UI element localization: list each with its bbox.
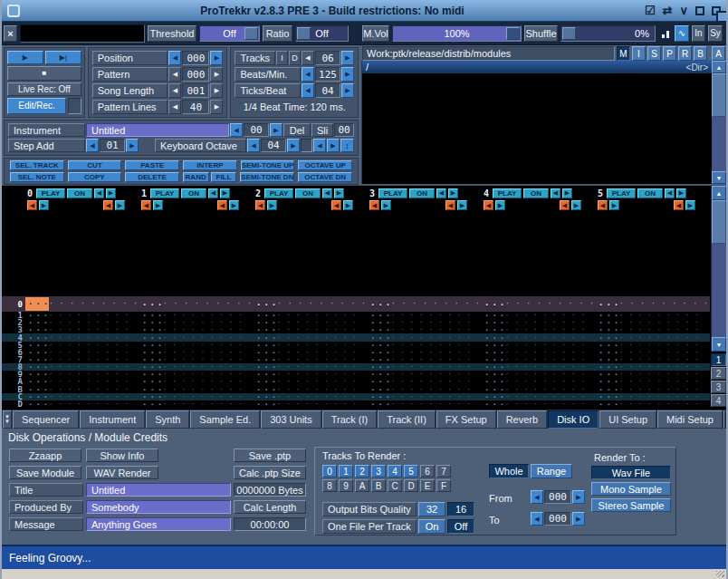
position-left-icon[interactable]: ◀: [168, 51, 181, 65]
track-width-right-icon[interactable]: ▶: [685, 200, 695, 210]
input-button[interactable]: In: [692, 25, 705, 42]
track-right-icon[interactable]: ▶: [106, 188, 116, 198]
pattern-cell[interactable]: ···· · · · · · · · ·: [596, 300, 710, 309]
shuffle-thumb[interactable]: [562, 27, 576, 40]
mvol-slider[interactable]: 100%: [392, 25, 522, 42]
song-length-left-icon[interactable]: ◀: [168, 83, 181, 98]
octave-down-button[interactable]: OCTAVE DN: [298, 172, 352, 182]
track-width-right-icon[interactable]: ▶: [571, 200, 581, 210]
track-shift-right-icon[interactable]: ▶: [39, 200, 49, 210]
checkbox-icon[interactable]: ☑: [645, 5, 656, 16]
note-cell[interactable]: ···: [368, 400, 391, 409]
to-left-icon[interactable]: ◀: [531, 512, 543, 526]
threshold-slider[interactable]: Off: [199, 25, 260, 42]
track-play-button[interactable]: PLAY: [607, 188, 636, 198]
note-cell[interactable]: ···: [596, 400, 619, 409]
render-track-button-7[interactable]: 7: [436, 465, 451, 478]
track-shift-right-icon[interactable]: ▶: [267, 200, 277, 210]
track-left-icon[interactable]: ◀: [208, 188, 218, 198]
track-right-icon[interactable]: ▶: [562, 188, 572, 198]
depth-icon[interactable]: [712, 6, 721, 15]
filter-button-r[interactable]: R: [678, 46, 692, 61]
tab-fx-setup[interactable]: FX Setup: [436, 410, 496, 429]
to-right-icon[interactable]: ▶: [572, 512, 585, 526]
browser-scrollbar[interactable]: ▲ ▼: [712, 61, 726, 184]
stop-button[interactable]: ■: [7, 66, 81, 80]
pattern-scroll-thumb[interactable]: [712, 200, 726, 244]
step-add-left-icon[interactable]: ◀: [86, 139, 99, 152]
shuffle-button[interactable]: Shuffle: [524, 25, 558, 42]
render-track-button-f[interactable]: F: [436, 479, 451, 492]
swap-arrows-icon[interactable]: ⇄: [663, 5, 673, 16]
bits-16-button[interactable]: 16: [447, 502, 474, 516]
pattern-lines-right-icon[interactable]: ▶: [210, 100, 223, 114]
tab-track-ii-[interactable]: Track (II): [378, 410, 436, 429]
from-right-icon[interactable]: ▶: [572, 490, 585, 504]
track-right-icon[interactable]: ▶: [448, 188, 458, 198]
filter-button-b[interactable]: B: [694, 46, 707, 61]
pattern-cell[interactable]: ···· · · · · · · · ·: [368, 300, 482, 309]
track-right-icon[interactable]: ▶: [676, 188, 686, 198]
threshold-button[interactable]: Threshold: [148, 25, 196, 42]
tab-synth[interactable]: Synth: [146, 410, 189, 429]
pattern-scrollbar[interactable]: ▲ ▼: [711, 186, 726, 352]
shuffle-slider[interactable]: 0%: [560, 25, 656, 42]
note-cell[interactable]: ···: [596, 300, 619, 309]
track-play-button[interactable]: PLAY: [150, 188, 179, 198]
render-track-button-2[interactable]: 2: [355, 465, 369, 478]
render-track-button-d[interactable]: D: [404, 479, 418, 492]
track-width-right-icon[interactable]: ▶: [343, 200, 353, 210]
track-shift-left-icon[interactable]: ◀: [27, 200, 37, 210]
pattern-cell[interactable]: ···· · · · · · · · ·: [482, 400, 596, 409]
filter-button-m[interactable]: M: [617, 46, 630, 61]
pattern-cell[interactable]: ···· · · · · · · · ·: [368, 400, 482, 409]
position-right-icon[interactable]: ▶: [210, 51, 223, 65]
one-file-on-button[interactable]: On: [418, 519, 445, 534]
browser-scroll-thumb[interactable]: [712, 73, 726, 117]
track-left-icon[interactable]: ◀: [551, 188, 560, 198]
track-width-right-icon[interactable]: ▶: [457, 200, 467, 210]
close-button[interactable]: ×: [4, 25, 17, 42]
track-shift-left-icon[interactable]: ◀: [141, 200, 151, 210]
pattern-cell[interactable]: ···· · · · · · · · ·: [139, 400, 254, 409]
track-right-icon[interactable]: ▶: [334, 188, 344, 198]
pattern-cell[interactable]: ···· · · · · · · · ·: [139, 300, 254, 309]
note-cell[interactable]: ···: [139, 400, 163, 409]
copy-button[interactable]: COPY: [68, 172, 122, 182]
track-width-left-icon[interactable]: ◀: [103, 200, 113, 210]
render-whole-button[interactable]: Whole: [489, 464, 529, 478]
pattern-lines-left-icon[interactable]: ◀: [168, 100, 181, 114]
pattern-scroll-up-icon[interactable]: ▲: [712, 186, 726, 200]
track-left-icon[interactable]: ◀: [665, 188, 675, 198]
file-list[interactable]: / <Dir>: [361, 61, 712, 184]
filter-button-s[interactable]: S: [647, 46, 661, 61]
track-shift-left-icon[interactable]: ◀: [369, 200, 379, 210]
interpolate-button[interactable]: INTERP: [183, 160, 237, 170]
note-cell[interactable]: ···: [482, 400, 505, 409]
mvol-button[interactable]: M.Vol: [362, 25, 389, 42]
render-track-button-4[interactable]: 4: [388, 465, 402, 478]
calc-ptp-size-button[interactable]: Calc .ptp Size: [234, 466, 306, 479]
pattern-cell[interactable]: ···· · · · · · · · ·: [596, 400, 710, 409]
play-button[interactable]: ▶: [7, 51, 43, 64]
note-cell[interactable]: ···: [25, 400, 49, 409]
track-width-left-icon[interactable]: ◀: [331, 200, 341, 210]
pattern-view-button-4[interactable]: 4: [711, 394, 726, 407]
instrument-right-icon[interactable]: ▶: [270, 123, 283, 137]
ratio-slider[interactable]: Off: [295, 25, 349, 42]
tab-303-units[interactable]: 303 Units: [261, 410, 321, 429]
song-length-right-icon[interactable]: ▶: [210, 83, 223, 98]
filter-button-i[interactable]: I: [632, 46, 646, 61]
track-right-icon[interactable]: ▶: [220, 188, 230, 198]
pattern-cell[interactable]: ···· · · · · · · · ·: [254, 300, 368, 309]
instrument-sli-button[interactable]: Sli: [311, 123, 333, 137]
render-track-button-6[interactable]: 6: [420, 465, 435, 478]
live-rec-button[interactable]: Live Rec: Off: [7, 82, 81, 96]
edit-rec-indicator[interactable]: [68, 98, 81, 114]
from-left-icon[interactable]: ◀: [531, 490, 543, 504]
show-info-button[interactable]: Show Info: [86, 449, 158, 462]
produced-by-field[interactable]: Somebody: [86, 500, 231, 514]
tab-sample-ed-[interactable]: Sample Ed.: [190, 410, 260, 429]
note-cell[interactable]: ···: [139, 300, 163, 309]
semitone-down-button[interactable]: SEMI-TONE DN: [240, 172, 294, 182]
